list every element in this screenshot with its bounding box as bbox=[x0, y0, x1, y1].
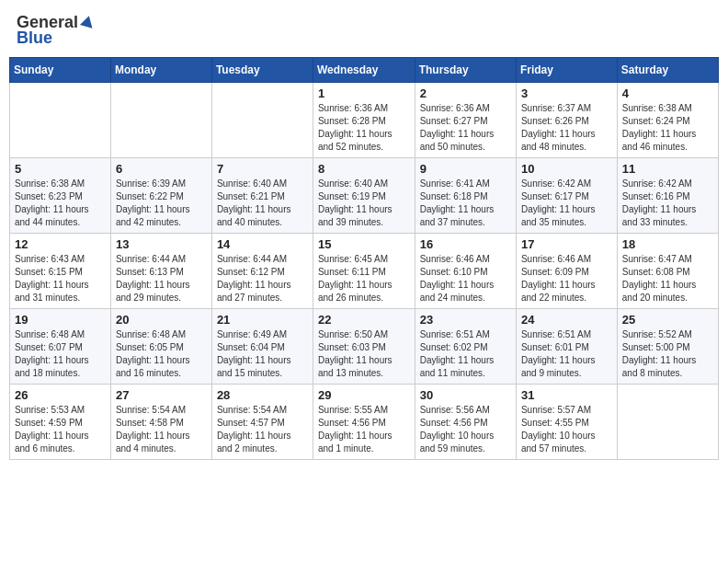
day-number: 27 bbox=[116, 388, 207, 402]
day-number: 24 bbox=[521, 313, 612, 327]
calendar-cell: 31Sunrise: 5:57 AM Sunset: 4:55 PM Dayli… bbox=[516, 385, 617, 460]
cell-info: Sunrise: 6:44 AM Sunset: 6:13 PM Dayligh… bbox=[116, 253, 207, 304]
day-number: 3 bbox=[521, 86, 612, 100]
calendar-cell: 5Sunrise: 6:38 AM Sunset: 6:23 PM Daylig… bbox=[10, 158, 111, 234]
calendar-cell: 28Sunrise: 5:54 AM Sunset: 4:57 PM Dayli… bbox=[211, 385, 313, 460]
calendar-cell: 13Sunrise: 6:44 AM Sunset: 6:13 PM Dayli… bbox=[110, 234, 211, 309]
day-number: 30 bbox=[420, 388, 511, 402]
calendar-cell: 23Sunrise: 6:51 AM Sunset: 6:02 PM Dayli… bbox=[415, 309, 516, 385]
cell-info: Sunrise: 6:36 AM Sunset: 6:28 PM Dayligh… bbox=[318, 102, 410, 154]
day-number: 8 bbox=[318, 162, 410, 176]
cell-info: Sunrise: 6:50 AM Sunset: 6:03 PM Dayligh… bbox=[318, 328, 410, 380]
day-number: 31 bbox=[521, 388, 612, 402]
cell-info: Sunrise: 6:47 AM Sunset: 6:08 PM Dayligh… bbox=[622, 253, 713, 304]
calendar-cell: 26Sunrise: 5:53 AM Sunset: 4:59 PM Dayli… bbox=[10, 385, 111, 460]
calendar-cell bbox=[110, 83, 211, 158]
cell-info: Sunrise: 6:48 AM Sunset: 6:07 PM Dayligh… bbox=[15, 328, 106, 380]
cell-info: Sunrise: 6:36 AM Sunset: 6:27 PM Dayligh… bbox=[420, 102, 511, 154]
logo-blue: Blue bbox=[17, 29, 52, 48]
calendar-cell: 17Sunrise: 6:46 AM Sunset: 6:09 PM Dayli… bbox=[516, 234, 617, 309]
col-header-saturday: Saturday bbox=[617, 58, 718, 83]
cell-info: Sunrise: 5:54 AM Sunset: 4:57 PM Dayligh… bbox=[217, 404, 308, 455]
calendar-cell: 10Sunrise: 6:42 AM Sunset: 6:17 PM Dayli… bbox=[516, 158, 617, 234]
day-number: 7 bbox=[217, 162, 308, 176]
day-number: 15 bbox=[318, 237, 410, 251]
day-number: 23 bbox=[420, 313, 511, 327]
svg-marker-0 bbox=[80, 14, 96, 28]
col-header-tuesday: Tuesday bbox=[211, 58, 313, 83]
logo-arrow-icon bbox=[79, 14, 96, 30]
calendar-cell: 9Sunrise: 6:41 AM Sunset: 6:18 PM Daylig… bbox=[415, 158, 516, 234]
cell-info: Sunrise: 5:57 AM Sunset: 4:55 PM Dayligh… bbox=[521, 404, 612, 455]
cell-info: Sunrise: 6:42 AM Sunset: 6:16 PM Dayligh… bbox=[622, 178, 713, 229]
day-number: 6 bbox=[116, 162, 207, 176]
calendar-cell: 12Sunrise: 6:43 AM Sunset: 6:15 PM Dayli… bbox=[10, 234, 111, 309]
day-number: 14 bbox=[217, 237, 308, 251]
cell-info: Sunrise: 6:42 AM Sunset: 6:17 PM Dayligh… bbox=[521, 178, 612, 229]
calendar-cell: 6Sunrise: 6:39 AM Sunset: 6:22 PM Daylig… bbox=[110, 158, 211, 234]
cell-info: Sunrise: 6:46 AM Sunset: 6:10 PM Dayligh… bbox=[420, 253, 511, 304]
cell-info: Sunrise: 6:44 AM Sunset: 6:12 PM Dayligh… bbox=[217, 253, 308, 304]
col-header-sunday: Sunday bbox=[10, 58, 111, 83]
day-number: 22 bbox=[318, 313, 410, 327]
cell-info: Sunrise: 6:51 AM Sunset: 6:02 PM Dayligh… bbox=[420, 328, 511, 380]
day-number: 17 bbox=[521, 237, 612, 251]
day-number: 28 bbox=[217, 388, 308, 402]
calendar-cell: 15Sunrise: 6:45 AM Sunset: 6:11 PM Dayli… bbox=[313, 234, 415, 309]
day-number: 2 bbox=[420, 86, 511, 100]
cell-info: Sunrise: 6:37 AM Sunset: 6:26 PM Dayligh… bbox=[521, 102, 612, 154]
day-number: 9 bbox=[420, 162, 511, 176]
calendar-cell: 27Sunrise: 5:54 AM Sunset: 4:58 PM Dayli… bbox=[110, 385, 211, 460]
calendar-cell: 19Sunrise: 6:48 AM Sunset: 6:07 PM Dayli… bbox=[10, 309, 111, 385]
calendar-week-2: 12Sunrise: 6:43 AM Sunset: 6:15 PM Dayli… bbox=[10, 234, 719, 309]
calendar-cell: 24Sunrise: 6:51 AM Sunset: 6:01 PM Dayli… bbox=[516, 309, 617, 385]
calendar-cell: 2Sunrise: 6:36 AM Sunset: 6:27 PM Daylig… bbox=[415, 83, 516, 158]
cell-info: Sunrise: 6:40 AM Sunset: 6:21 PM Dayligh… bbox=[217, 178, 308, 229]
day-number: 11 bbox=[622, 162, 713, 176]
day-number: 10 bbox=[521, 162, 612, 176]
calendar-cell: 22Sunrise: 6:50 AM Sunset: 6:03 PM Dayli… bbox=[313, 309, 415, 385]
calendar-cell: 29Sunrise: 5:55 AM Sunset: 4:56 PM Dayli… bbox=[313, 385, 415, 460]
logo: General Blue bbox=[17, 13, 96, 48]
day-number: 16 bbox=[420, 237, 511, 251]
calendar-cell: 14Sunrise: 6:44 AM Sunset: 6:12 PM Dayli… bbox=[211, 234, 313, 309]
cell-info: Sunrise: 6:51 AM Sunset: 6:01 PM Dayligh… bbox=[521, 328, 612, 380]
day-number: 20 bbox=[116, 313, 207, 327]
calendar-cell: 16Sunrise: 6:46 AM Sunset: 6:10 PM Dayli… bbox=[415, 234, 516, 309]
cell-info: Sunrise: 6:38 AM Sunset: 6:24 PM Dayligh… bbox=[622, 102, 713, 154]
cell-info: Sunrise: 5:52 AM Sunset: 5:00 PM Dayligh… bbox=[622, 328, 713, 380]
cell-info: Sunrise: 6:45 AM Sunset: 6:11 PM Dayligh… bbox=[318, 253, 410, 304]
calendar-header-row: SundayMondayTuesdayWednesdayThursdayFrid… bbox=[10, 58, 719, 83]
cell-info: Sunrise: 6:41 AM Sunset: 6:18 PM Dayligh… bbox=[420, 178, 511, 229]
cell-info: Sunrise: 6:46 AM Sunset: 6:09 PM Dayligh… bbox=[521, 253, 612, 304]
day-number: 29 bbox=[318, 388, 410, 402]
day-number: 26 bbox=[15, 388, 106, 402]
calendar-cell bbox=[617, 385, 718, 460]
col-header-wednesday: Wednesday bbox=[313, 58, 415, 83]
day-number: 21 bbox=[217, 313, 308, 327]
cell-info: Sunrise: 6:38 AM Sunset: 6:23 PM Dayligh… bbox=[15, 178, 106, 229]
calendar-cell bbox=[10, 83, 111, 158]
calendar-cell: 21Sunrise: 6:49 AM Sunset: 6:04 PM Dayli… bbox=[211, 309, 313, 385]
cell-info: Sunrise: 6:43 AM Sunset: 6:15 PM Dayligh… bbox=[15, 253, 106, 304]
day-number: 19 bbox=[15, 313, 106, 327]
calendar-cell: 4Sunrise: 6:38 AM Sunset: 6:24 PM Daylig… bbox=[617, 83, 718, 158]
calendar-cell: 25Sunrise: 5:52 AM Sunset: 5:00 PM Dayli… bbox=[617, 309, 718, 385]
cell-info: Sunrise: 5:53 AM Sunset: 4:59 PM Dayligh… bbox=[15, 404, 106, 455]
col-header-friday: Friday bbox=[516, 58, 617, 83]
day-number: 5 bbox=[15, 162, 106, 176]
calendar-cell: 11Sunrise: 6:42 AM Sunset: 6:16 PM Dayli… bbox=[617, 158, 718, 234]
cell-info: Sunrise: 5:55 AM Sunset: 4:56 PM Dayligh… bbox=[318, 404, 410, 455]
calendar-cell: 30Sunrise: 5:56 AM Sunset: 4:56 PM Dayli… bbox=[415, 385, 516, 460]
calendar-week-0: 1Sunrise: 6:36 AM Sunset: 6:28 PM Daylig… bbox=[10, 83, 719, 158]
calendar-cell: 3Sunrise: 6:37 AM Sunset: 6:26 PM Daylig… bbox=[516, 83, 617, 158]
calendar-cell bbox=[211, 83, 313, 158]
calendar-cell: 18Sunrise: 6:47 AM Sunset: 6:08 PM Dayli… bbox=[617, 234, 718, 309]
col-header-thursday: Thursday bbox=[415, 58, 516, 83]
calendar-cell: 7Sunrise: 6:40 AM Sunset: 6:21 PM Daylig… bbox=[211, 158, 313, 234]
cell-info: Sunrise: 6:40 AM Sunset: 6:19 PM Dayligh… bbox=[318, 178, 410, 229]
cell-info: Sunrise: 5:54 AM Sunset: 4:58 PM Dayligh… bbox=[116, 404, 207, 455]
day-number: 25 bbox=[622, 313, 713, 327]
day-number: 1 bbox=[318, 86, 410, 100]
cell-info: Sunrise: 6:39 AM Sunset: 6:22 PM Dayligh… bbox=[116, 178, 207, 229]
